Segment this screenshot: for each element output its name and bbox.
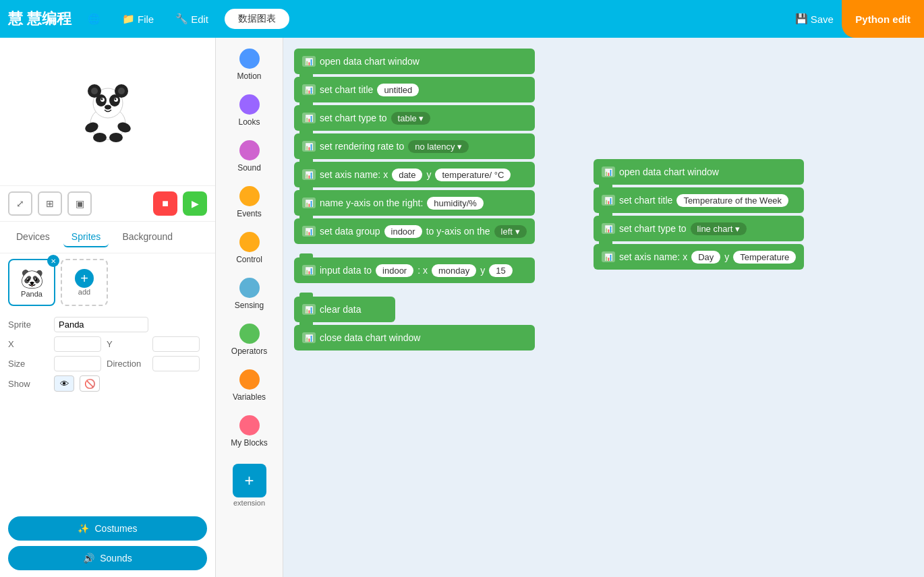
go-button[interactable]: ▶: [183, 191, 207, 216]
block-data-group[interactable]: 📊 set data group indoor to y-axis on the…: [294, 218, 535, 244]
r-x-axis-pill[interactable]: Day: [691, 251, 720, 264]
split-button[interactable]: ⊞: [38, 191, 62, 216]
block-set-type[interactable]: 📊 set chart type to table ▾: [294, 105, 535, 131]
sprite-preview: [81, 82, 135, 142]
direction-input[interactable]: 90: [152, 356, 200, 371]
cat-sound-label: Sound: [237, 163, 261, 173]
title-pill[interactable]: untitled: [377, 84, 419, 96]
block-icon-1: 📊: [302, 56, 316, 67]
r-chart-type-dropdown[interactable]: line chart ▾: [691, 222, 747, 235]
extension-button[interactable]: +: [233, 464, 266, 497]
block-set-title[interactable]: 📊 set chart title untitled: [294, 77, 535, 102]
cat-events[interactable]: Events: [219, 181, 280, 224]
block-r-set-type[interactable]: 📊 set chart type to line chart ▾: [594, 216, 804, 241]
right-block-stack: 📊 open data chart window 📊 set chart tit…: [594, 159, 804, 270]
go-icon: ▶: [192, 198, 199, 209]
show-visible-button[interactable]: 👁: [54, 375, 74, 392]
svg-point-15: [93, 133, 107, 142]
logo: 慧 慧编程: [8, 9, 71, 29]
add-sprite-button[interactable]: + add: [61, 259, 108, 306]
rendering-dropdown[interactable]: no latency ▾: [408, 140, 469, 153]
block-close-chart[interactable]: 📊 close data chart window: [294, 325, 535, 351]
close-sprite-button[interactable]: ✕: [47, 255, 59, 267]
block-icon-7: 📊: [302, 226, 316, 237]
block-icon-8: 📊: [302, 265, 316, 276]
r-y-axis-pill[interactable]: Temperature: [733, 251, 796, 264]
tab-datacharts[interactable]: 数据图表: [225, 9, 289, 29]
tab-background[interactable]: Background: [114, 227, 181, 247]
cat-sound[interactable]: Sound: [219, 135, 280, 178]
cat-sensing[interactable]: Sensing: [219, 272, 280, 315]
input-x-pill[interactable]: monday: [432, 264, 476, 277]
sounds-button[interactable]: 🔊 Sounds: [8, 546, 207, 570]
y-axis-pill[interactable]: temperature/ °C: [435, 169, 511, 181]
sprite-label: Sprite: [8, 320, 49, 330]
stage-controls: ⤢ ⊞ ▣ ■ ▶: [0, 186, 215, 222]
expand-button[interactable]: ⤢: [8, 191, 32, 216]
cat-looks[interactable]: Looks: [219, 89, 280, 132]
cat-control[interactable]: Control: [219, 226, 280, 270]
sprite-name: Panda: [21, 290, 42, 298]
block-rendering[interactable]: 📊 set rendering rate to no latency ▾: [294, 133, 535, 159]
python-edit-button[interactable]: Python edit: [842, 0, 924, 38]
yaxis-side-dropdown[interactable]: left ▾: [494, 225, 527, 238]
block-open-chart[interactable]: 📊 open data chart window: [294, 49, 535, 74]
save-button[interactable]: 💾 Save: [795, 13, 834, 25]
block-clear-data[interactable]: 📊 clear data: [294, 297, 395, 322]
input-y-pill[interactable]: 15: [489, 264, 512, 277]
cat-myblocks[interactable]: My Blocks: [219, 410, 280, 453]
r-title-pill[interactable]: Temperature of the Week: [676, 194, 788, 207]
file-button[interactable]: 📁 File: [117, 10, 159, 28]
sprite-emoji: 🐼: [20, 268, 44, 290]
block-input-data[interactable]: 📊 input data to indoor : x monday y 15: [294, 257, 535, 283]
block-r-axis-name[interactable]: 📊 set axis name: x Day y Temperature: [594, 244, 804, 270]
tab-sprites[interactable]: Sprites: [63, 227, 109, 247]
costumes-button[interactable]: ✨ Costumes: [8, 516, 207, 541]
sensing-dot: [239, 278, 260, 298]
block-yaxis-right[interactable]: 📊 name y-axis on the right: humidity/%: [294, 190, 535, 216]
group-pill[interactable]: indoor: [384, 225, 422, 238]
input-group-pill[interactable]: indoor: [376, 264, 413, 277]
block-r-set-title[interactable]: 📊 set chart title Temperature of the Wee…: [594, 187, 804, 213]
right-axis-pill[interactable]: humidity/%: [427, 197, 484, 210]
stop-button[interactable]: ■: [153, 191, 177, 216]
sound-icon: 🔊: [83, 553, 94, 564]
chart-type-dropdown[interactable]: table ▾: [391, 112, 431, 125]
file-icon: 📁: [122, 13, 135, 25]
sprite-name-input[interactable]: [54, 317, 148, 332]
block-icon-9: 📊: [302, 304, 316, 315]
y-label: Y: [107, 339, 147, 349]
cat-motion-label: Motion: [237, 71, 261, 81]
cat-operators[interactable]: Operators: [219, 318, 280, 361]
x-label: X: [8, 339, 49, 349]
cat-myblocks-label: My Blocks: [231, 438, 268, 448]
block-r-icon-3: 📊: [602, 223, 615, 234]
tab-devices[interactable]: Devices: [8, 227, 58, 247]
extension-label: extension: [233, 499, 265, 507]
cat-operators-label: Operators: [231, 346, 267, 356]
variables-dot: [239, 369, 260, 390]
shrink-button[interactable]: ▣: [67, 191, 92, 216]
events-dot: [239, 186, 260, 206]
cat-variables[interactable]: Variables: [219, 364, 280, 407]
sprite-card-panda[interactable]: ✕ 🐼 Panda: [8, 259, 55, 306]
logo-icon: 慧: [8, 9, 23, 29]
block-r-open-chart[interactable]: 📊 open data chart window: [594, 159, 804, 185]
logo-text: 慧编程: [27, 9, 71, 29]
cat-motion[interactable]: Motion: [219, 43, 280, 86]
cat-events-label: Events: [237, 209, 262, 218]
x-input[interactable]: -15: [54, 336, 101, 352]
show-hidden-button[interactable]: 🚫: [80, 375, 100, 392]
block-icon-5: 📊: [302, 169, 316, 180]
size-input[interactable]: 100: [54, 356, 101, 371]
block-axis-name[interactable]: 📊 set axis name: x date y temperature/ °…: [294, 162, 535, 187]
y-input[interactable]: -17: [152, 336, 200, 352]
edit-button[interactable]: 🔧 Edit: [170, 10, 214, 28]
category-panel: Motion Looks Sound Events Control Sensin…: [216, 38, 283, 577]
globe-button[interactable]: 🌐: [82, 10, 106, 28]
block-icon-6: 📊: [302, 198, 316, 208]
sound-dot: [239, 140, 260, 160]
add-plus-icon: +: [75, 269, 94, 288]
stage-area: [0, 38, 215, 186]
x-axis-pill[interactable]: date: [392, 169, 422, 181]
